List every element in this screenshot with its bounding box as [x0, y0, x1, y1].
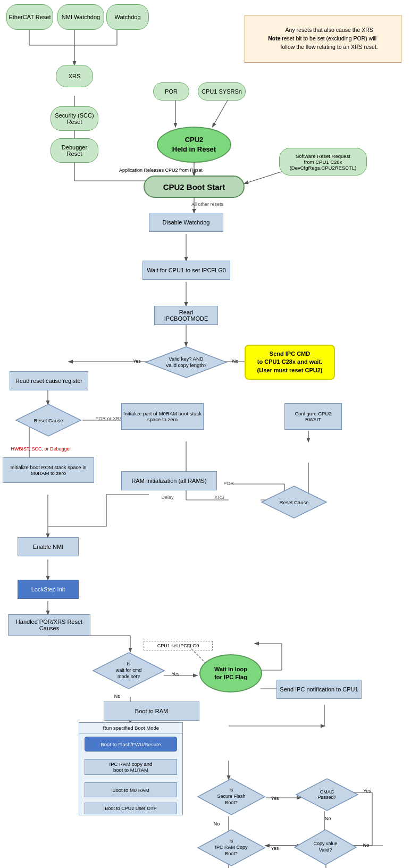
por-label: POR — [165, 88, 178, 95]
ram-init-label: RAM Initialization (all RAMS) — [131, 478, 206, 484]
all-other-resets-label: All other resets — [170, 199, 245, 209]
enable-nmi-label: Enable NMI — [33, 544, 63, 550]
cpu2-boot-start-box: CPU2 Boot Start — [144, 176, 245, 198]
ipc-ram-copy-box: IPC RAM copy andboot to M1RAM — [85, 759, 177, 775]
cmac-passed-diamond: CMACPassed? — [295, 778, 359, 812]
no1-text: No — [232, 358, 239, 364]
por-or-xrs-text: POR or XRS — [95, 416, 122, 421]
wait-loop-ipc-box: Wait in loopfor IPC Flag — [199, 654, 262, 692]
is-wait-cmd-diamond: Iswait for cmdmode set? — [92, 652, 165, 690]
boot-to-ram-label: Boot to RAM — [135, 708, 168, 714]
copy-value-valid-diamond: Copy valueValid? — [293, 829, 357, 866]
cpu1-set-ipcflg0-label: CPU1 set IPCFLG0 — [144, 641, 213, 650]
no1-label: No — [229, 356, 242, 366]
debugger-label: DebuggerReset — [62, 144, 87, 157]
por-label2: POR — [221, 479, 237, 488]
cpu2-held-in-reset-box: CPU2Held in Reset — [157, 127, 231, 163]
hwbist-text: HWBIST, SCC, or Debugger — [11, 446, 71, 452]
diagram-container: Note Any resets that also cause the XRSr… — [0, 0, 411, 868]
watchdog-box: Watchdog — [106, 4, 149, 30]
send-ipc-notif-box: Send IPC notification to CPU1 — [276, 680, 362, 699]
is-wait-cmd-text: Iswait for cmdmode set? — [116, 661, 142, 680]
init-m0ram-label: Initialize part of M0RAM boot stackspace… — [123, 411, 202, 422]
ipc-ram-copy-label: IPC RAM copy andboot to M1RAM — [110, 761, 153, 773]
boot-m0ram-label: Boot to M0 RAM — [112, 787, 149, 793]
enable-nmi-box: Enable NMI — [18, 537, 79, 556]
boot-cpu2-otp-box: Boot to CPU2 User OTP — [85, 803, 177, 814]
lockstep-init-label: LockStep Init — [31, 586, 65, 592]
no3-label: No — [210, 819, 223, 829]
cmac-passed-text: CMACPassed? — [317, 789, 336, 800]
init-boot-rom-label: Initialize boot ROM stack space inM0RAM … — [10, 464, 86, 476]
xrs-label2: XRS — [210, 493, 229, 502]
valid-key-diamond: Valid key? ANDValid copy length? — [145, 346, 228, 379]
app-releases-label: Application Releases CPU2 from Reset — [104, 165, 218, 176]
reset-cause2-diamond: Reset Cause — [261, 485, 328, 519]
boot-cpu2-otp-label: Boot to CPU2 User OTP — [105, 806, 157, 811]
hwbist-label: HWBIST, SCC, or Debugger — [1, 444, 81, 454]
xrs-box: XRS — [56, 65, 93, 87]
wait-cpu1-box: Wait for CPU1 to set IPCFLG0 — [142, 261, 230, 280]
read-ipcbootmode-box: ReadIPCBOOTMODE — [154, 306, 218, 325]
ethercat-reset-box: EtherCAT Reset — [6, 4, 53, 30]
boot-to-flash-label: Boot to Flash/FWU/Secure — [101, 741, 161, 747]
por-box: POR — [153, 82, 189, 101]
nmi-watchdog-box: NMI Watchdog — [57, 4, 104, 30]
handled-por-xrs-label: Handled POR/XRS Reset Causes — [9, 619, 90, 631]
ethercat-label: EtherCAT Reset — [9, 14, 51, 20]
xrs-label: XRS — [69, 73, 81, 79]
sw-reset-label: Software Reset Requestfrom CPU1 C28x(Dev… — [290, 153, 357, 171]
security-scc-label: Security (SCC)Reset — [55, 112, 94, 125]
security-scc-box: Security (SCC)Reset — [51, 106, 98, 131]
svg-line-10 — [213, 98, 229, 127]
is-ipc-ram-copy-text: IsIPC RAM CopyBoot? — [215, 838, 247, 857]
cpu2-held-label: CPU2Held in Reset — [172, 135, 216, 154]
init-m0ram-box: Initialize part of M0RAM boot stackspace… — [121, 403, 204, 430]
all-other-resets-text: All other resets — [191, 202, 223, 207]
send-ipc-notif-label: Send IPC notification to CPU1 — [280, 686, 358, 692]
reset-cause-diamond: Reset Cause — [15, 403, 82, 437]
boot-to-flash-box: Boot to Flash/FWU/Secure — [85, 737, 177, 752]
reset-cause2-text: Reset Cause — [280, 499, 309, 505]
cpu1-sysrsn-label: CPU1 SYSRSn — [202, 88, 242, 95]
configure-rwait-label: Configure CPU2RWAIT — [295, 411, 331, 422]
boot-to-ram-box: Boot to RAM — [104, 702, 199, 721]
read-reset-cause-label: Read reset cause register — [15, 378, 82, 384]
watchdog-label: Watchdog — [114, 14, 140, 20]
yes1-label: Yes — [128, 356, 146, 366]
cpu2-boot-start-label: CPU2 Boot Start — [163, 182, 225, 191]
disable-watchdog-box: Disable Watchdog — [149, 213, 223, 232]
valid-key-text: Valid key? ANDValid copy length? — [166, 356, 207, 369]
note-header: Note — [268, 35, 280, 43]
nmi-watchdog-label: NMI Watchdog — [62, 14, 100, 20]
lockstep-init-box: LockStep Init — [18, 580, 79, 599]
boot-m0ram-box: Boot to M0 RAM — [85, 782, 177, 797]
init-boot-rom-box: Initialize boot ROM stack space inM0RAM … — [3, 457, 94, 483]
note-box: Note Any resets that also cause the XRSr… — [245, 15, 401, 63]
is-ipc-ram-copy-diamond: IsIPC RAM CopyBoot? — [197, 829, 266, 867]
run-boot-mode-label: Run specified Boot Mode — [79, 723, 182, 733]
yes2-label: Yes — [167, 669, 183, 679]
run-boot-mode-box: Run specified Boot Mode Boot to Flash/FW… — [79, 722, 183, 815]
is-secure-flash-text: IsSecure FlashBoot? — [217, 787, 245, 806]
disable-watchdog-label: Disable Watchdog — [163, 219, 210, 226]
yes1-text: Yes — [133, 358, 141, 364]
send-ipc-cmd-box: Send IPC CMDto CPU1 C28x and wait.(User … — [245, 345, 335, 380]
no4-label: No — [321, 814, 334, 823]
sw-reset-box: Software Reset Requestfrom CPU1 C28x(Dev… — [279, 148, 367, 176]
is-secure-flash-diamond: IsSecure FlashBoot? — [197, 778, 266, 816]
delay-label: Delay — [154, 493, 181, 502]
copy-valid-text: Copy valueValid? — [313, 841, 337, 853]
configure-rwait-box: Configure CPU2RWAIT — [284, 403, 342, 430]
ram-init-box: RAM Initialization (all RAMS) — [121, 471, 217, 490]
cpu1-sysrsn-box: CPU1 SYSRSn — [198, 82, 246, 101]
yes3-label: Yes — [267, 794, 283, 803]
debugger-reset-box: DebuggerReset — [51, 138, 98, 163]
yes5-label: Yes — [267, 844, 283, 853]
read-ipcbootmode-label: ReadIPCBOOTMODE — [164, 309, 208, 322]
cpu1-set-label: CPU1 set IPCFLG0 — [157, 643, 199, 648]
note-body: Any resets that also cause the XRSreset … — [281, 26, 378, 51]
no6-label: No — [359, 840, 373, 850]
read-reset-cause-box: Read reset cause register — [10, 371, 88, 390]
send-ipc-cmd-label: Send IPC CMDto CPU1 C28x and wait.(User … — [257, 350, 323, 374]
